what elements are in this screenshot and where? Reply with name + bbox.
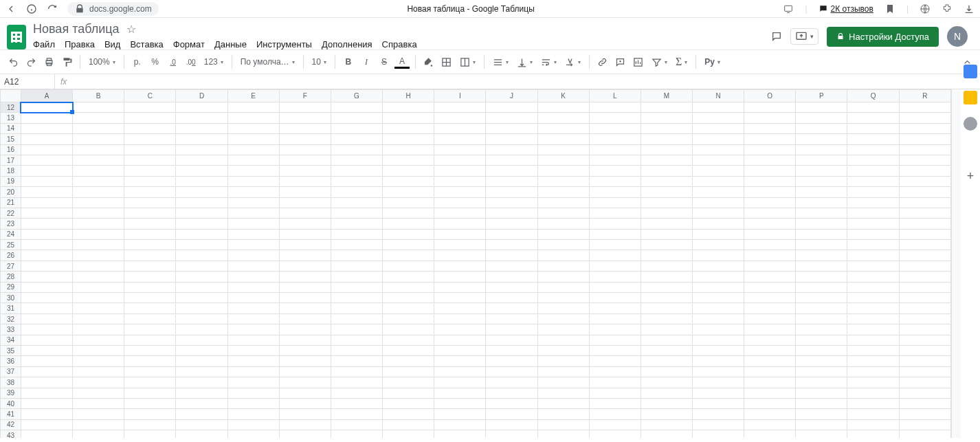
cell[interactable] xyxy=(73,176,124,186)
cell[interactable] xyxy=(227,176,279,186)
cell[interactable] xyxy=(641,388,692,398)
cell[interactable] xyxy=(21,250,72,261)
cell[interactable] xyxy=(537,303,589,313)
cell[interactable] xyxy=(176,261,227,271)
cell[interactable] xyxy=(21,398,72,408)
back-icon[interactable] xyxy=(5,3,16,14)
cell[interactable] xyxy=(744,219,796,229)
cell[interactable] xyxy=(176,240,227,250)
cell[interactable] xyxy=(73,282,124,292)
cell[interactable] xyxy=(21,366,72,377)
cell[interactable] xyxy=(21,176,72,186)
cell[interactable] xyxy=(486,240,537,250)
currency-button[interactable]: р. xyxy=(130,54,145,70)
cell[interactable] xyxy=(899,282,950,292)
cell[interactable] xyxy=(227,335,279,345)
cell[interactable] xyxy=(589,272,641,282)
cell[interactable] xyxy=(124,166,176,176)
cell[interactable] xyxy=(744,377,796,388)
cell[interactable] xyxy=(847,102,899,113)
cell[interactable] xyxy=(537,272,589,282)
menu-file[interactable]: Файл xyxy=(33,39,55,49)
cell[interactable] xyxy=(796,261,847,271)
cell[interactable] xyxy=(641,155,692,165)
cell[interactable] xyxy=(227,409,279,419)
cell[interactable] xyxy=(847,419,899,430)
cell[interactable] xyxy=(434,134,486,144)
cell[interactable] xyxy=(899,123,950,133)
cell[interactable] xyxy=(899,366,950,377)
cell[interactable] xyxy=(434,187,486,197)
cell[interactable] xyxy=(383,313,434,324)
cell[interactable] xyxy=(847,219,899,229)
cell[interactable] xyxy=(124,102,176,113)
cell[interactable] xyxy=(589,144,641,155)
cell[interactable] xyxy=(434,335,486,345)
cell[interactable] xyxy=(537,282,589,292)
cell[interactable] xyxy=(486,144,537,155)
cell[interactable] xyxy=(692,282,744,292)
cell[interactable] xyxy=(537,155,589,165)
cell[interactable] xyxy=(434,377,486,388)
reload-icon[interactable] xyxy=(47,3,58,14)
font-dropdown[interactable]: По умолча… xyxy=(238,57,298,67)
cell[interactable] xyxy=(899,134,950,144)
cell[interactable] xyxy=(486,335,537,345)
row-header[interactable]: 41 xyxy=(1,409,21,419)
cell[interactable] xyxy=(899,356,950,366)
cell[interactable] xyxy=(744,282,796,292)
cell[interactable] xyxy=(434,293,486,303)
cell[interactable] xyxy=(227,102,279,113)
cell[interactable] xyxy=(124,293,176,303)
cell[interactable] xyxy=(692,102,744,113)
cell[interactable] xyxy=(227,123,279,133)
cell[interactable] xyxy=(279,419,331,430)
row-header[interactable]: 13 xyxy=(1,113,21,123)
cell[interactable] xyxy=(692,219,744,229)
cell[interactable] xyxy=(21,113,72,123)
row-header[interactable]: 22 xyxy=(1,208,21,218)
cell[interactable] xyxy=(537,261,589,271)
cell[interactable] xyxy=(692,388,744,398)
cell[interactable] xyxy=(692,303,744,313)
cell[interactable] xyxy=(434,366,486,377)
cell[interactable] xyxy=(124,272,176,282)
cell[interactable] xyxy=(537,113,589,123)
text-wrap-button[interactable] xyxy=(538,54,559,70)
cell[interactable] xyxy=(589,261,641,271)
cell[interactable] xyxy=(227,144,279,155)
cell[interactable] xyxy=(383,409,434,419)
cell[interactable] xyxy=(486,134,537,144)
cell[interactable] xyxy=(899,261,950,271)
cell[interactable] xyxy=(796,250,847,261)
cell[interactable] xyxy=(847,229,899,239)
cell[interactable] xyxy=(796,419,847,430)
cell[interactable] xyxy=(796,282,847,292)
cell[interactable] xyxy=(434,313,486,324)
sheets-logo[interactable] xyxy=(7,25,26,49)
share-button[interactable]: Настройки Доступа xyxy=(827,27,939,47)
cell[interactable] xyxy=(434,144,486,155)
cell[interactable] xyxy=(21,335,72,345)
translate-icon[interactable] xyxy=(920,3,931,14)
cell[interactable] xyxy=(176,388,227,398)
cell[interactable] xyxy=(21,102,72,113)
cell[interactable] xyxy=(331,324,382,335)
cell[interactable] xyxy=(279,250,331,261)
calendar-icon[interactable] xyxy=(964,65,977,78)
cell[interactable] xyxy=(124,303,176,313)
cell[interactable] xyxy=(847,313,899,324)
bookmark-icon[interactable] xyxy=(884,3,895,14)
present-button[interactable]: ▾ xyxy=(790,28,818,45)
cell[interactable] xyxy=(124,345,176,355)
cell[interactable] xyxy=(73,240,124,250)
cell[interactable] xyxy=(434,345,486,355)
row-header[interactable]: 20 xyxy=(1,187,21,197)
cell[interactable] xyxy=(486,250,537,261)
cell[interactable] xyxy=(486,398,537,408)
cell[interactable] xyxy=(589,293,641,303)
cell[interactable] xyxy=(383,356,434,366)
cell[interactable] xyxy=(692,197,744,208)
cell[interactable] xyxy=(124,144,176,155)
cell[interactable] xyxy=(486,261,537,271)
